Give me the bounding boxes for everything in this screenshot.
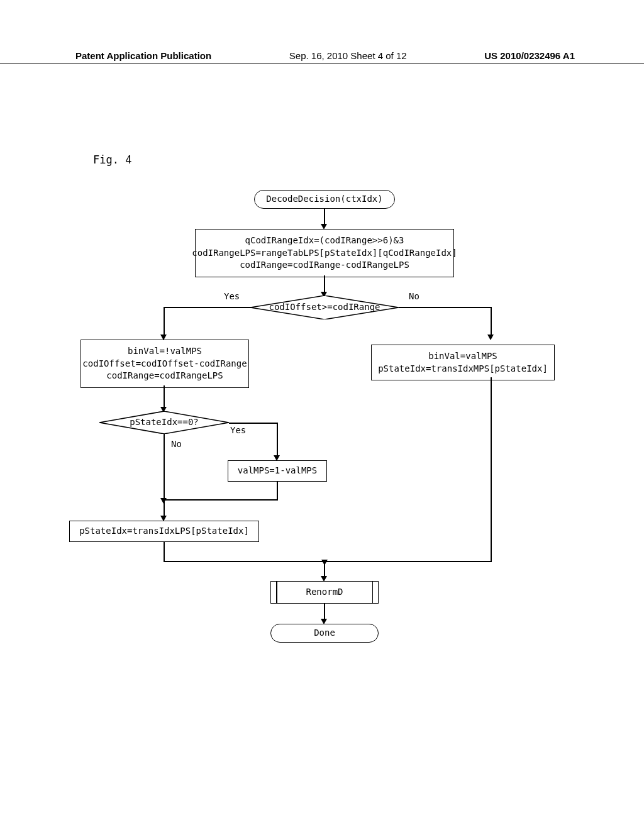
decision1-yes-label: Yes bbox=[224, 291, 240, 301]
figure-label: Fig. 4 bbox=[93, 153, 131, 166]
header-right: US 2010/0232496 A1 bbox=[484, 50, 575, 61]
decision2-yes-label: Yes bbox=[230, 425, 246, 435]
arrow bbox=[164, 499, 278, 501]
arrow bbox=[325, 561, 492, 562]
start-terminal: DecodeDecision(ctxIdx) bbox=[254, 190, 395, 209]
arrowhead-icon bbox=[160, 498, 167, 504]
arrow bbox=[164, 307, 252, 308]
flowchart: DecodeDecision(ctxIdx) qCodIRangeIdx=(co… bbox=[88, 182, 560, 717]
arrow bbox=[164, 307, 165, 337]
decision2-text: pStateIdx==0? bbox=[130, 416, 199, 429]
arrow bbox=[491, 307, 492, 337]
arrow bbox=[164, 561, 325, 562]
flip-text: valMPS=1-valMPS bbox=[238, 465, 317, 477]
done-terminal: Done bbox=[270, 624, 379, 643]
decision2-no-label: No bbox=[171, 439, 182, 449]
page-header: Patent Application Publication Sep. 16, … bbox=[0, 50, 644, 64]
decision-pstate-zero: pStateIdx==0? bbox=[99, 411, 229, 434]
arrow bbox=[164, 434, 165, 507]
translps-text: pStateIdx=transIdxLPS[pStateIdx] bbox=[79, 525, 249, 538]
mps-text: binVal=valMPS pStateIdx=transIdxMPS[pSta… bbox=[378, 350, 548, 375]
arrow bbox=[491, 377, 492, 561]
done-text: Done bbox=[314, 627, 335, 639]
arrowhead-icon bbox=[487, 335, 494, 340]
lps-text: binVal=!valMPS codIOffset=codIOffset-cod… bbox=[82, 345, 247, 382]
decision1-no-label: No bbox=[409, 291, 419, 301]
arrow bbox=[164, 385, 165, 409]
init-process: qCodIRangeIdx=(codIRange>>6)&3 codIRange… bbox=[195, 229, 454, 277]
renormd-subroutine: RenormD bbox=[270, 581, 379, 604]
renorm-text: RenormD bbox=[306, 586, 343, 599]
decision1-text: codIOffset>=codIRange bbox=[269, 301, 380, 314]
arrow bbox=[399, 307, 491, 308]
mps-process: binVal=valMPS pStateIdx=transIdxMPS[pSta… bbox=[371, 345, 555, 380]
init-text: qCodIRangeIdx=(codIRange>>6)&3 codIRange… bbox=[192, 235, 457, 272]
decision-offset-ge-range: codIOffset>=codIRange bbox=[250, 296, 399, 319]
arrow bbox=[277, 482, 278, 499]
header-mid: Sep. 16, 2010 Sheet 4 of 12 bbox=[289, 50, 407, 61]
arrow bbox=[277, 423, 278, 458]
flip-valmps-process: valMPS=1-valMPS bbox=[228, 460, 327, 482]
start-text: DecodeDecision(ctxIdx) bbox=[266, 193, 382, 206]
arrow bbox=[229, 423, 277, 424]
header-left: Patent Application Publication bbox=[75, 50, 211, 61]
lps-process: binVal=!valMPS codIOffset=codIOffset-cod… bbox=[80, 340, 249, 388]
transidxlps-process: pStateIdx=transIdxLPS[pStateIdx] bbox=[69, 521, 259, 542]
arrow bbox=[164, 542, 165, 561]
